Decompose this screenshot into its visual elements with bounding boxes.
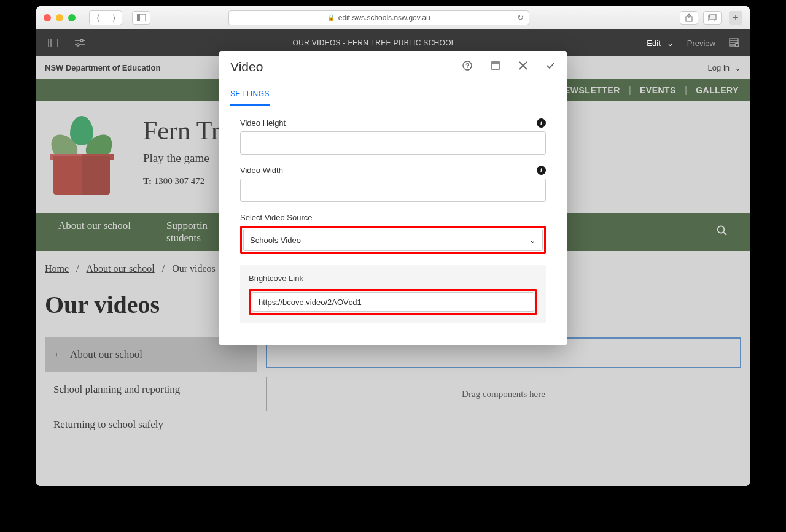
main-column: Drag components here (266, 337, 741, 442)
phone-line: T: 1300 307 472 (143, 176, 232, 187)
video-height-field: Video Height i (240, 118, 546, 155)
help-icon[interactable]: ? (462, 61, 472, 73)
svg-point-15 (735, 43, 739, 47)
annotation-highlight (249, 289, 537, 315)
forward-button[interactable]: ⟩ (106, 11, 122, 25)
edit-mode-dropdown[interactable]: Edit ⌄ (647, 39, 673, 48)
nav-newsletter[interactable]: NEWSLETTER (558, 85, 620, 95)
video-width-field: Video Width i (240, 166, 546, 202)
page-properties-icon[interactable] (729, 37, 739, 49)
chevron-down-icon: ⌄ (529, 236, 536, 245)
url-bar[interactable]: 🔒 edit.sws.schools.nsw.gov.au ↻ (228, 10, 529, 25)
nav-gallery[interactable]: GALLERY (696, 85, 739, 95)
reload-icon[interactable]: ↻ (517, 13, 524, 22)
side-panel-icon[interactable] (47, 37, 58, 48)
back-button[interactable]: ⟨ (90, 11, 106, 25)
login-link[interactable]: Log in ⌄ (708, 63, 741, 72)
school-name: Fern Tre (143, 116, 232, 145)
video-source-label: Select Video Source (240, 213, 313, 222)
breadcrumb-current: Our videos (172, 263, 216, 274)
video-width-input[interactable] (240, 179, 546, 202)
url-text: edit.sws.schools.nsw.gov.au (338, 13, 430, 22)
breadcrumb-home[interactable]: Home (45, 263, 69, 274)
close-icon[interactable] (519, 61, 527, 72)
video-source-field: Select Video Source Schools Video ⌄ (240, 213, 546, 254)
video-height-input[interactable] (240, 131, 546, 155)
close-window-button[interactable] (44, 14, 51, 21)
sidebar-toggle-button[interactable] (132, 11, 150, 25)
svg-point-8 (80, 39, 83, 42)
tabs-button[interactable] (703, 11, 722, 25)
lock-icon: 🔒 (327, 14, 335, 21)
content-area: ← About our school School planning and r… (36, 337, 750, 442)
new-tab-button[interactable]: + (729, 11, 742, 25)
nav-events[interactable]: EVENTS (640, 85, 676, 95)
nav-supporting-students[interactable]: Supportin students (166, 220, 208, 245)
drop-zone[interactable]: Drag components here (266, 377, 741, 411)
fullscreen-icon[interactable] (491, 61, 500, 73)
minimize-window-button[interactable] (56, 14, 63, 21)
video-height-label: Video Height (240, 118, 286, 128)
share-button[interactable] (680, 11, 698, 25)
breadcrumb-about[interactable]: About our school (87, 263, 155, 274)
search-icon[interactable] (717, 225, 728, 239)
video-source-select[interactable]: Schools Video ⌄ (243, 229, 543, 251)
svg-line-17 (723, 232, 726, 235)
modal-title: Video (230, 60, 462, 74)
arrow-left-icon: ← (53, 349, 64, 361)
chevron-down-icon: ⌄ (734, 63, 741, 72)
traffic-lights (44, 14, 76, 21)
tab-settings[interactable]: SETTINGS (230, 83, 270, 106)
cms-page-title: OUR VIDEOS - FERN TREE PUBLIC SCHOOL (101, 39, 647, 47)
nav-about-school[interactable]: About our school (58, 220, 131, 245)
brightcove-section: Brightcove Link (240, 265, 546, 323)
modal-body: Video Height i Video Width i Select Vide… (219, 106, 567, 345)
school-tagline: Play the game (143, 152, 232, 165)
modal-tabs: SETTINGS (219, 83, 567, 106)
svg-rect-4 (710, 14, 716, 20)
sidebar-nav: ← About our school School planning and r… (45, 337, 257, 442)
header-text: Fern Tre Play the game T: 1300 307 472 (143, 116, 232, 187)
svg-rect-20 (492, 62, 499, 69)
annotation-highlight: Schools Video ⌄ (240, 226, 546, 254)
confirm-icon[interactable] (546, 61, 556, 72)
department-label: NSW Department of Education (45, 63, 161, 72)
svg-point-16 (718, 226, 725, 233)
video-settings-modal: Video ? SETTINGS (219, 51, 567, 345)
preview-button[interactable]: Preview (687, 39, 715, 48)
video-width-label: Video Width (240, 166, 283, 175)
sidebar-item-returning[interactable]: Returning to school safely (45, 407, 257, 442)
chevron-down-icon: ⌄ (667, 39, 674, 48)
brightcove-link-input[interactable] (252, 292, 534, 312)
info-icon[interactable]: i (537, 166, 546, 175)
brightcove-label: Brightcove Link (249, 274, 537, 283)
nav-buttons: ⟨ ⟩ (89, 10, 122, 25)
sidebar-item-planning[interactable]: School planning and reporting (45, 372, 257, 407)
svg-point-10 (77, 44, 79, 46)
maximize-window-button[interactable] (68, 14, 76, 21)
modal-header: Video ? (219, 51, 567, 83)
svg-text:?: ? (465, 63, 469, 69)
mac-titlebar: ⟨ ⟩ 🔒 edit.sws.schools.nsw.gov.au ↻ + (36, 6, 750, 29)
settings-sliders-icon[interactable] (74, 37, 85, 48)
svg-rect-5 (48, 39, 58, 47)
info-icon[interactable]: i (537, 118, 546, 128)
school-logo (47, 116, 116, 195)
svg-rect-1 (137, 14, 140, 21)
browser-window: ⟨ ⟩ 🔒 edit.sws.schools.nsw.gov.au ↻ + (36, 6, 750, 486)
